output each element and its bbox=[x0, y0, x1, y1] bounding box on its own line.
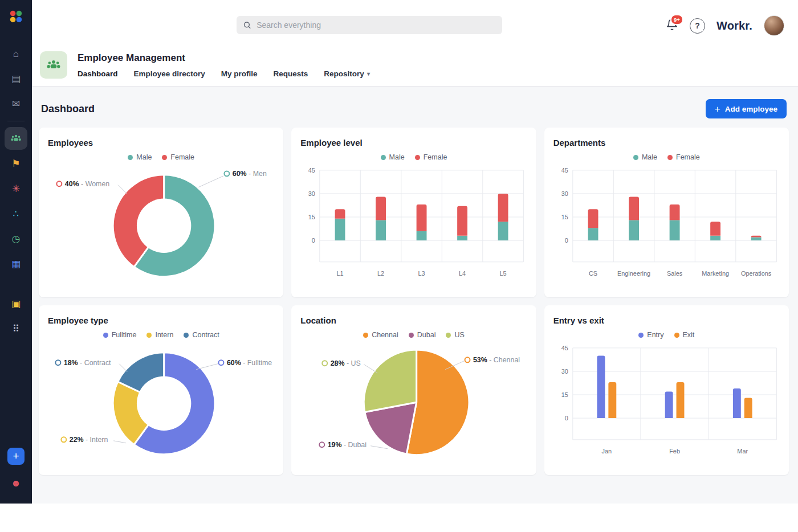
entry-vs-exit-bar-chart: 0153045JanFebMar bbox=[553, 340, 780, 460]
search-input[interactable] bbox=[256, 21, 496, 30]
svg-text:0: 0 bbox=[312, 237, 315, 244]
svg-text:15: 15 bbox=[561, 391, 568, 398]
svg-text:0: 0 bbox=[564, 237, 568, 244]
chart-legend: MaleFemale bbox=[48, 153, 274, 161]
card-employee-level: Employee level MaleFemale 0153045L1L2L3L… bbox=[291, 128, 536, 297]
card-departments: Departments MaleFemale 0153045CSEngineer… bbox=[544, 128, 789, 297]
tab-dashboard[interactable]: Dashboard bbox=[78, 69, 118, 78]
legend-dot-icon bbox=[363, 333, 368, 338]
sidebar-item-bug[interactable]: ✳ bbox=[5, 177, 27, 200]
chart-legend: MaleFemale bbox=[553, 153, 780, 161]
svg-text:30: 30 bbox=[561, 368, 568, 375]
legend-item: Dubai bbox=[409, 331, 436, 339]
svg-text:Operations: Operations bbox=[741, 270, 772, 277]
legend-item: Chennai bbox=[363, 331, 398, 339]
notification-badge: 9+ bbox=[670, 14, 683, 25]
topbar: 9+ ? Workr. bbox=[32, 0, 798, 51]
svg-text:18% - Contract: 18% - Contract bbox=[64, 359, 111, 367]
user-avatar[interactable] bbox=[764, 15, 784, 36]
legend-item: Contract bbox=[184, 331, 219, 339]
legend-dot-icon bbox=[103, 333, 108, 338]
add-employee-button[interactable]: + Add employee bbox=[706, 99, 787, 118]
svg-text:22% - Intern: 22% - Intern bbox=[70, 436, 108, 444]
tab-requests[interactable]: Requests bbox=[274, 69, 308, 78]
location-pie-chart: 28% - US53% - Chennai19% - Dubai bbox=[300, 340, 527, 460]
sidebar-item-apps[interactable]: ⠿ bbox=[5, 317, 27, 340]
svg-text:Marketing: Marketing bbox=[702, 270, 729, 277]
legend-item: Exit bbox=[674, 331, 695, 339]
chart-legend: FulltimeInternContract bbox=[48, 331, 274, 339]
sidebar-item-flag[interactable]: ⚑ bbox=[5, 152, 27, 175]
sidebar-item-home[interactable]: ⌂ bbox=[5, 42, 27, 65]
legend-dot-icon bbox=[415, 155, 420, 160]
legend-dot-icon bbox=[638, 333, 644, 338]
sidebar-item-time[interactable]: ◷ bbox=[5, 227, 27, 250]
profile-icon: ☻ bbox=[11, 478, 21, 488]
legend-dot-icon bbox=[146, 333, 152, 338]
employee-level-bar-chart: 0153045L1L2L3L4L5 bbox=[300, 162, 527, 283]
sidebar-item-profile[interactable]: ☻ bbox=[5, 472, 27, 494]
card-location: Location ChennaiDubaiUS 28% - US53% - Ch… bbox=[291, 305, 536, 475]
add-employee-label: Add employee bbox=[725, 105, 777, 113]
search-box[interactable] bbox=[237, 16, 502, 34]
svg-text:Feb: Feb bbox=[669, 448, 680, 455]
plus-icon: + bbox=[715, 104, 720, 114]
home-icon: ⌂ bbox=[13, 49, 19, 59]
legend-dot-icon bbox=[162, 155, 167, 160]
svg-text:Mar: Mar bbox=[737, 448, 748, 455]
svg-text:15: 15 bbox=[561, 214, 568, 220]
sidebar: ⌂ ▤ ✉ ⚑ ✳ ∴ ◷ ▦ ▣ ⠿ + ☻ bbox=[0, 0, 32, 504]
svg-text:CS: CS bbox=[589, 270, 597, 277]
svg-text:45: 45 bbox=[308, 167, 315, 174]
tab-my-profile[interactable]: My profile bbox=[221, 69, 258, 78]
card-employee-type: Employee type FulltimeInternContract 18%… bbox=[39, 305, 283, 475]
messages-icon: ✉ bbox=[12, 99, 20, 109]
legend-item: Female bbox=[667, 153, 700, 161]
help-button[interactable]: ? bbox=[690, 18, 705, 34]
legend-item: US bbox=[446, 331, 464, 339]
sidebar-item-package[interactable]: ▣ bbox=[5, 292, 27, 315]
notifications-button[interactable]: 9+ bbox=[666, 18, 678, 33]
sidebar-item-employees[interactable] bbox=[5, 127, 27, 150]
page-title: Dashboard bbox=[41, 103, 95, 115]
legend-dot-icon bbox=[674, 333, 679, 338]
clock-icon: ◷ bbox=[12, 234, 21, 244]
sidebar-item-calendar[interactable]: ▦ bbox=[5, 252, 27, 275]
app-title: Employee Management bbox=[78, 52, 370, 64]
sidebar-item-boards[interactable]: ▤ bbox=[5, 67, 27, 90]
svg-text:53% - Chennai: 53% - Chennai bbox=[473, 356, 520, 364]
card-title: Employee level bbox=[300, 138, 527, 148]
departments-bar-chart: 0153045CSEngineeringSalesMarketingOperat… bbox=[553, 162, 780, 283]
plus-icon: + bbox=[13, 450, 19, 463]
flag-icon: ⚑ bbox=[11, 159, 20, 169]
main-area: 9+ ? Workr. Employee Management Dashboar… bbox=[32, 0, 798, 504]
svg-text:L5: L5 bbox=[500, 270, 507, 277]
svg-text:L3: L3 bbox=[418, 270, 425, 277]
sidebar-add-button[interactable]: + bbox=[7, 448, 25, 465]
sidebar-item-messages[interactable]: ✉ bbox=[5, 92, 27, 115]
card-title: Location bbox=[300, 316, 527, 325]
svg-text:60% - Fulltime: 60% - Fulltime bbox=[227, 359, 272, 367]
svg-text:30: 30 bbox=[308, 190, 315, 197]
boards-icon: ▤ bbox=[11, 74, 21, 84]
package-icon: ▣ bbox=[11, 299, 21, 309]
legend-dot-icon bbox=[184, 333, 189, 338]
cards-grid: Employees MaleFemale 40% - Women60% - Me… bbox=[39, 128, 789, 475]
connections-icon: ∴ bbox=[13, 209, 19, 219]
chart-legend: EntryExit bbox=[553, 331, 780, 339]
employees-donut-chart: 40% - Women60% - Men bbox=[48, 162, 274, 283]
app-logo[interactable] bbox=[9, 9, 23, 26]
tab-employee-directory[interactable]: Employee directory bbox=[134, 69, 205, 78]
sidebar-item-connections[interactable]: ∴ bbox=[5, 202, 27, 225]
dashboard-content: Dashboard + Add employee Employees MaleF… bbox=[32, 87, 798, 504]
chevron-down-icon: ▾ bbox=[367, 71, 370, 77]
svg-text:L1: L1 bbox=[337, 270, 344, 277]
legend-item: Fulltime bbox=[103, 331, 137, 339]
chart-legend: MaleFemale bbox=[300, 153, 527, 161]
legend-item: Male bbox=[381, 153, 405, 161]
legend-item: Male bbox=[633, 153, 657, 161]
tab-repository[interactable]: Repository ▾ bbox=[324, 69, 370, 78]
legend-item: Male bbox=[128, 153, 152, 161]
chart-legend: ChennaiDubaiUS bbox=[300, 331, 527, 339]
legend-dot-icon bbox=[667, 155, 673, 160]
